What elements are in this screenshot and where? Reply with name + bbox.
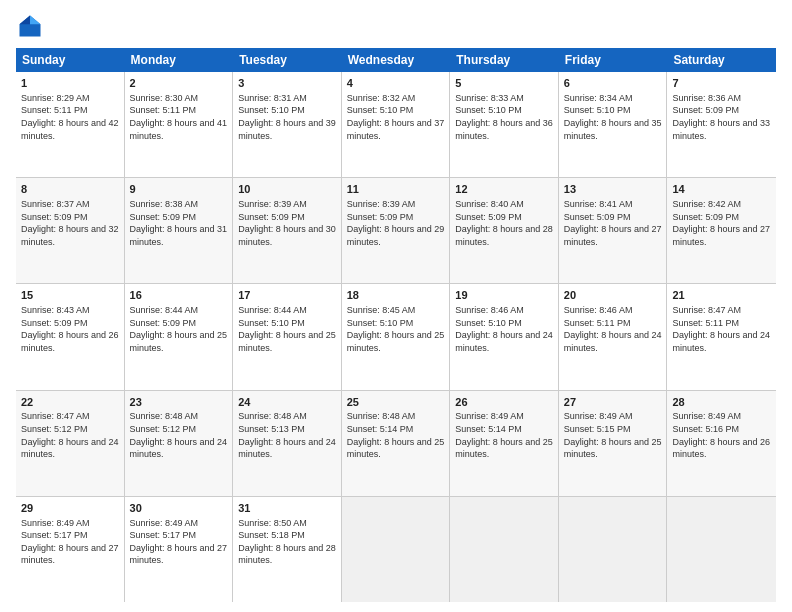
calendar-day-29: 29Sunrise: 8:49 AM Sunset: 5:17 PM Dayli…: [16, 497, 125, 602]
day-info: Sunrise: 8:37 AM Sunset: 5:09 PM Dayligh…: [21, 198, 119, 248]
calendar-day-9: 9Sunrise: 8:38 AM Sunset: 5:09 PM Daylig…: [125, 178, 234, 283]
day-number: 18: [347, 288, 445, 303]
day-info: Sunrise: 8:39 AM Sunset: 5:09 PM Dayligh…: [238, 198, 336, 248]
day-number: 23: [130, 395, 228, 410]
day-info: Sunrise: 8:36 AM Sunset: 5:09 PM Dayligh…: [672, 92, 771, 142]
calendar-day-16: 16Sunrise: 8:44 AM Sunset: 5:09 PM Dayli…: [125, 284, 234, 389]
calendar-day-31: 31Sunrise: 8:50 AM Sunset: 5:18 PM Dayli…: [233, 497, 342, 602]
calendar-body: 1Sunrise: 8:29 AM Sunset: 5:11 PM Daylig…: [16, 72, 776, 602]
calendar-empty-cell: [450, 497, 559, 602]
calendar-empty-cell: [342, 497, 451, 602]
calendar-empty-cell: [559, 497, 668, 602]
calendar-week-2: 8Sunrise: 8:37 AM Sunset: 5:09 PM Daylig…: [16, 178, 776, 284]
day-info: Sunrise: 8:49 AM Sunset: 5:16 PM Dayligh…: [672, 410, 771, 460]
day-info: Sunrise: 8:46 AM Sunset: 5:11 PM Dayligh…: [564, 304, 662, 354]
day-number: 8: [21, 182, 119, 197]
calendar-day-14: 14Sunrise: 8:42 AM Sunset: 5:09 PM Dayli…: [667, 178, 776, 283]
day-number: 30: [130, 501, 228, 516]
svg-marker-1: [30, 16, 41, 25]
day-info: Sunrise: 8:30 AM Sunset: 5:11 PM Dayligh…: [130, 92, 228, 142]
day-number: 16: [130, 288, 228, 303]
logo-icon: [16, 12, 44, 40]
header-day-sunday: Sunday: [16, 48, 125, 72]
day-info: Sunrise: 8:50 AM Sunset: 5:18 PM Dayligh…: [238, 517, 336, 567]
calendar-day-23: 23Sunrise: 8:48 AM Sunset: 5:12 PM Dayli…: [125, 391, 234, 496]
day-number: 27: [564, 395, 662, 410]
header-day-friday: Friday: [559, 48, 668, 72]
day-number: 15: [21, 288, 119, 303]
calendar-day-8: 8Sunrise: 8:37 AM Sunset: 5:09 PM Daylig…: [16, 178, 125, 283]
calendar-day-20: 20Sunrise: 8:46 AM Sunset: 5:11 PM Dayli…: [559, 284, 668, 389]
day-info: Sunrise: 8:31 AM Sunset: 5:10 PM Dayligh…: [238, 92, 336, 142]
day-info: Sunrise: 8:38 AM Sunset: 5:09 PM Dayligh…: [130, 198, 228, 248]
day-number: 13: [564, 182, 662, 197]
day-info: Sunrise: 8:29 AM Sunset: 5:11 PM Dayligh…: [21, 92, 119, 142]
header-day-tuesday: Tuesday: [233, 48, 342, 72]
day-number: 14: [672, 182, 771, 197]
day-info: Sunrise: 8:42 AM Sunset: 5:09 PM Dayligh…: [672, 198, 771, 248]
calendar-day-5: 5Sunrise: 8:33 AM Sunset: 5:10 PM Daylig…: [450, 72, 559, 177]
calendar-day-3: 3Sunrise: 8:31 AM Sunset: 5:10 PM Daylig…: [233, 72, 342, 177]
day-info: Sunrise: 8:43 AM Sunset: 5:09 PM Dayligh…: [21, 304, 119, 354]
day-number: 1: [21, 76, 119, 91]
calendar-week-4: 22Sunrise: 8:47 AM Sunset: 5:12 PM Dayli…: [16, 391, 776, 497]
day-info: Sunrise: 8:44 AM Sunset: 5:09 PM Dayligh…: [130, 304, 228, 354]
day-info: Sunrise: 8:45 AM Sunset: 5:10 PM Dayligh…: [347, 304, 445, 354]
day-number: 28: [672, 395, 771, 410]
day-number: 19: [455, 288, 553, 303]
day-number: 4: [347, 76, 445, 91]
day-info: Sunrise: 8:49 AM Sunset: 5:17 PM Dayligh…: [130, 517, 228, 567]
calendar-day-27: 27Sunrise: 8:49 AM Sunset: 5:15 PM Dayli…: [559, 391, 668, 496]
calendar-day-24: 24Sunrise: 8:48 AM Sunset: 5:13 PM Dayli…: [233, 391, 342, 496]
calendar-day-15: 15Sunrise: 8:43 AM Sunset: 5:09 PM Dayli…: [16, 284, 125, 389]
day-info: Sunrise: 8:48 AM Sunset: 5:13 PM Dayligh…: [238, 410, 336, 460]
day-number: 9: [130, 182, 228, 197]
day-number: 11: [347, 182, 445, 197]
calendar-day-6: 6Sunrise: 8:34 AM Sunset: 5:10 PM Daylig…: [559, 72, 668, 177]
day-number: 21: [672, 288, 771, 303]
calendar-day-11: 11Sunrise: 8:39 AM Sunset: 5:09 PM Dayli…: [342, 178, 451, 283]
day-info: Sunrise: 8:40 AM Sunset: 5:09 PM Dayligh…: [455, 198, 553, 248]
day-number: 20: [564, 288, 662, 303]
day-number: 5: [455, 76, 553, 91]
calendar-week-1: 1Sunrise: 8:29 AM Sunset: 5:11 PM Daylig…: [16, 72, 776, 178]
day-number: 25: [347, 395, 445, 410]
calendar-day-1: 1Sunrise: 8:29 AM Sunset: 5:11 PM Daylig…: [16, 72, 125, 177]
svg-marker-2: [20, 16, 31, 25]
day-number: 24: [238, 395, 336, 410]
calendar-day-13: 13Sunrise: 8:41 AM Sunset: 5:09 PM Dayli…: [559, 178, 668, 283]
calendar-day-12: 12Sunrise: 8:40 AM Sunset: 5:09 PM Dayli…: [450, 178, 559, 283]
calendar-day-21: 21Sunrise: 8:47 AM Sunset: 5:11 PM Dayli…: [667, 284, 776, 389]
top-header: [16, 12, 776, 40]
calendar-day-25: 25Sunrise: 8:48 AM Sunset: 5:14 PM Dayli…: [342, 391, 451, 496]
day-number: 6: [564, 76, 662, 91]
day-info: Sunrise: 8:48 AM Sunset: 5:12 PM Dayligh…: [130, 410, 228, 460]
day-info: Sunrise: 8:49 AM Sunset: 5:14 PM Dayligh…: [455, 410, 553, 460]
calendar-day-30: 30Sunrise: 8:49 AM Sunset: 5:17 PM Dayli…: [125, 497, 234, 602]
day-number: 22: [21, 395, 119, 410]
calendar-week-3: 15Sunrise: 8:43 AM Sunset: 5:09 PM Dayli…: [16, 284, 776, 390]
day-info: Sunrise: 8:49 AM Sunset: 5:17 PM Dayligh…: [21, 517, 119, 567]
calendar-empty-cell: [667, 497, 776, 602]
day-number: 12: [455, 182, 553, 197]
header-day-saturday: Saturday: [667, 48, 776, 72]
day-info: Sunrise: 8:32 AM Sunset: 5:10 PM Dayligh…: [347, 92, 445, 142]
day-number: 26: [455, 395, 553, 410]
day-number: 17: [238, 288, 336, 303]
header-day-monday: Monday: [125, 48, 234, 72]
calendar-day-7: 7Sunrise: 8:36 AM Sunset: 5:09 PM Daylig…: [667, 72, 776, 177]
calendar-day-18: 18Sunrise: 8:45 AM Sunset: 5:10 PM Dayli…: [342, 284, 451, 389]
day-number: 29: [21, 501, 119, 516]
calendar-day-19: 19Sunrise: 8:46 AM Sunset: 5:10 PM Dayli…: [450, 284, 559, 389]
day-number: 7: [672, 76, 771, 91]
header-day-wednesday: Wednesday: [342, 48, 451, 72]
calendar-day-28: 28Sunrise: 8:49 AM Sunset: 5:16 PM Dayli…: [667, 391, 776, 496]
day-info: Sunrise: 8:41 AM Sunset: 5:09 PM Dayligh…: [564, 198, 662, 248]
calendar-page: SundayMondayTuesdayWednesdayThursdayFrid…: [0, 0, 792, 612]
day-info: Sunrise: 8:48 AM Sunset: 5:14 PM Dayligh…: [347, 410, 445, 460]
calendar-day-2: 2Sunrise: 8:30 AM Sunset: 5:11 PM Daylig…: [125, 72, 234, 177]
day-info: Sunrise: 8:33 AM Sunset: 5:10 PM Dayligh…: [455, 92, 553, 142]
day-info: Sunrise: 8:44 AM Sunset: 5:10 PM Dayligh…: [238, 304, 336, 354]
day-number: 2: [130, 76, 228, 91]
header-day-thursday: Thursday: [450, 48, 559, 72]
